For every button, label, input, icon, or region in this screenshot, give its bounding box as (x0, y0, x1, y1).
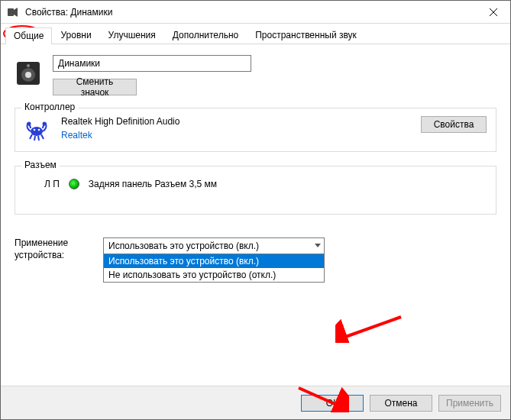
svg-point-3 (25, 72, 31, 78)
svg-point-9 (38, 129, 40, 131)
controller-vendor-link[interactable]: Realtek (61, 130, 409, 141)
tab-strip: Общие Уровни Улучшения Дополнительно Про… (1, 24, 510, 44)
dialog-footer: ОК Отмена Применить (1, 386, 510, 419)
window-title: Свойства: Динамики (25, 7, 112, 18)
jack-color-icon (69, 179, 79, 189)
jack-description: Задняя панель Разъем 3,5 мм (89, 179, 217, 189)
usage-combobox[interactable]: Использовать это устройство (вкл.) Испол… (103, 237, 325, 254)
tab-spatial[interactable]: Пространственный звук (247, 27, 365, 44)
usage-option-disable[interactable]: Не использовать это устройство (откл.) (104, 268, 324, 282)
usage-option-enable[interactable]: Использовать это устройство (вкл.) (104, 254, 324, 268)
svg-point-4 (27, 64, 30, 67)
title-bar: Свойства: Динамики (1, 1, 510, 24)
realtek-crab-icon (24, 118, 49, 142)
jack-channel: Л П (44, 179, 60, 189)
controller-legend: Контроллер (21, 102, 78, 112)
tab-enhancements[interactable]: Улучшения (100, 27, 164, 44)
ok-button[interactable]: ОК (301, 395, 364, 412)
tab-levels[interactable]: Уровни (52, 27, 99, 44)
tab-general[interactable]: Общие (5, 27, 52, 44)
device-name-input[interactable] (53, 55, 251, 72)
svg-point-7 (43, 122, 47, 126)
jack-group: Разъем Л П Задняя панель Разъем 3,5 мм (15, 166, 496, 215)
properties-dialog: Свойства: Динамики Общие Уровни Улучшени… (0, 0, 511, 420)
svg-point-8 (34, 129, 36, 131)
apply-button[interactable]: Применить (438, 395, 501, 412)
controller-name: Realtek High Definition Audio (61, 116, 409, 127)
usage-selected-value: Использовать это устройство (вкл.) (108, 241, 259, 251)
controller-properties-button[interactable]: Свойства (421, 116, 487, 133)
svg-line-10 (341, 317, 401, 338)
usage-dropdown-list: Использовать это устройство (вкл.) Не ис… (103, 254, 325, 283)
usage-label: Применение устройства: (15, 237, 88, 261)
tab-advanced[interactable]: Дополнительно (164, 27, 247, 44)
tab-content: Сменить значок Контроллер (1, 44, 510, 386)
annotation-arrow-combo (335, 312, 404, 343)
cancel-button[interactable]: Отмена (370, 395, 432, 412)
controller-group: Контроллер Realtek High Defini (15, 108, 496, 152)
svg-rect-0 (8, 8, 14, 16)
svg-point-5 (31, 127, 43, 136)
speaker-icon (15, 60, 42, 87)
svg-point-6 (27, 122, 31, 126)
window-icon (7, 6, 19, 18)
close-button[interactable] (476, 1, 510, 23)
jack-legend: Разъем (21, 160, 60, 170)
change-icon-button[interactable]: Сменить значок (53, 79, 137, 95)
